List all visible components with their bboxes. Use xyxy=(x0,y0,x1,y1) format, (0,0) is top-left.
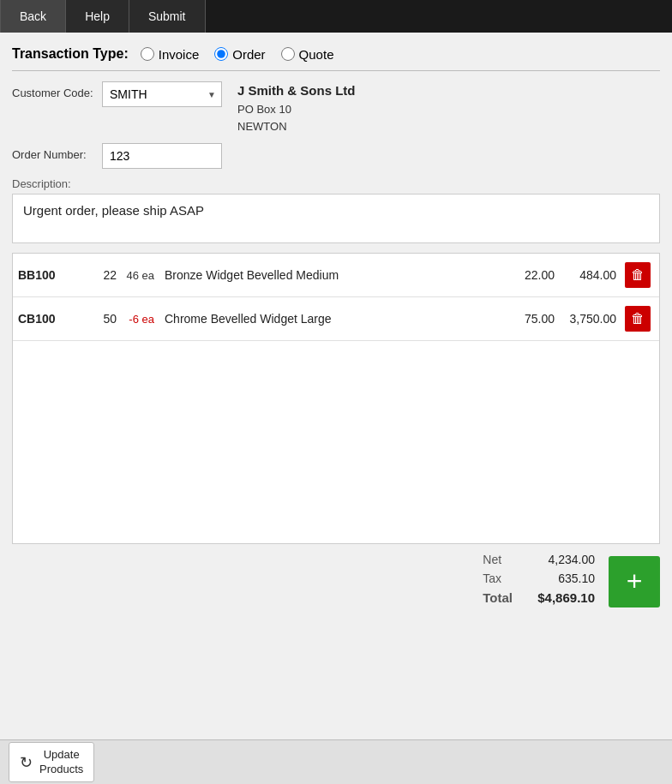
radio-invoice-label: Invoice xyxy=(159,47,200,62)
order-number-control xyxy=(102,143,222,169)
customer-dropdown-wrapper: SMITH xyxy=(102,81,222,107)
product-delete-col: 🗑 xyxy=(621,306,654,332)
update-line2: Products xyxy=(39,763,83,777)
delete-product-button[interactable]: 🗑 xyxy=(625,306,651,332)
update-products-button[interactable]: ↻ Update Products xyxy=(9,742,94,783)
product-total: 3,750.00 xyxy=(555,312,621,326)
radio-quote[interactable] xyxy=(281,47,295,61)
description-section: Description: Urgent order, please ship A… xyxy=(12,177,660,246)
product-code: BB100 xyxy=(18,268,82,282)
totals-section: Net 4,234.00 Tax 635.10 Total $4,869.10 … xyxy=(12,553,660,610)
order-number-input[interactable] xyxy=(102,143,222,169)
customer-name: J Smith & Sons Ltd xyxy=(237,83,356,98)
product-qty: 50 xyxy=(82,312,117,326)
products-container: BB100 22 46 ea Bronze Widget Bevelled Me… xyxy=(12,253,660,544)
radio-option-invoice[interactable]: Invoice xyxy=(141,47,200,62)
customer-address-line2: NEWTON xyxy=(237,120,287,133)
customer-address-line1: PO Box 10 xyxy=(237,103,291,116)
order-number-row: Order Number: xyxy=(12,143,660,169)
product-code: CB100 xyxy=(18,312,82,326)
customer-code-label: Customer Code: xyxy=(12,81,102,99)
order-number-label: Order Number: xyxy=(12,143,102,161)
update-line1: Update xyxy=(39,748,83,763)
back-button[interactable]: Back xyxy=(0,0,66,33)
customer-address: PO Box 10 NEWTON xyxy=(237,101,356,135)
transaction-type-label: Transaction Type: xyxy=(12,46,129,62)
product-stock: -6 ea xyxy=(117,313,161,326)
transaction-type-row: Transaction Type: Invoice Order Quote xyxy=(12,46,660,71)
radio-option-order[interactable]: Order xyxy=(214,47,265,62)
main-content: Transaction Type: Invoice Order Quote Cu… xyxy=(0,33,672,752)
net-row: Net 4,234.00 xyxy=(483,553,595,566)
total-value: $4,869.10 xyxy=(533,590,595,605)
radio-invoice[interactable] xyxy=(141,47,154,61)
customer-code-row: Customer Code: SMITH J Smith & Sons Ltd … xyxy=(12,81,660,135)
product-price: 22.00 xyxy=(495,268,555,282)
radio-option-quote[interactable]: Quote xyxy=(281,47,334,62)
radio-group: Invoice Order Quote xyxy=(141,47,334,62)
net-value: 4,234.00 xyxy=(533,553,595,566)
product-description: Chrome Bevelled Widget Large xyxy=(161,312,495,326)
product-stock: 46 ea xyxy=(117,269,161,282)
update-products-text: Update Products xyxy=(39,748,83,777)
description-label: Description: xyxy=(12,177,660,190)
delete-product-button[interactable]: 🗑 xyxy=(625,262,651,288)
tax-row: Tax 635.10 xyxy=(483,572,595,585)
description-textarea[interactable]: Urgent order, please ship ASAP xyxy=(12,194,660,243)
radio-order-label: Order xyxy=(232,47,265,62)
table-row: BB100 22 46 ea Bronze Widget Bevelled Me… xyxy=(13,254,659,297)
add-product-button[interactable]: + xyxy=(609,556,660,607)
table-row: CB100 50 -6 ea Chrome Bevelled Widget La… xyxy=(13,297,659,341)
tax-value: 635.10 xyxy=(533,572,595,585)
net-label: Net xyxy=(483,553,501,566)
tax-label: Tax xyxy=(483,572,501,585)
customer-info: J Smith & Sons Ltd PO Box 10 NEWTON xyxy=(237,81,356,135)
product-delete-col: 🗑 xyxy=(621,262,654,288)
total-row: Total $4,869.10 xyxy=(483,590,595,605)
product-description: Bronze Widget Bevelled Medium xyxy=(161,268,495,282)
radio-order[interactable] xyxy=(214,47,228,61)
total-label: Total xyxy=(483,590,513,605)
totals-grid: Net 4,234.00 Tax 635.10 Total $4,869.10 xyxy=(483,553,595,610)
submit-button[interactable]: Submit xyxy=(129,0,206,33)
customer-code-control: SMITH xyxy=(102,81,222,107)
refresh-icon: ↻ xyxy=(20,753,33,772)
product-qty: 22 xyxy=(82,268,117,282)
product-price: 75.00 xyxy=(495,312,555,326)
help-button[interactable]: Help xyxy=(66,0,129,33)
radio-quote-label: Quote xyxy=(299,47,334,62)
customer-code-select[interactable]: SMITH xyxy=(102,81,222,107)
top-nav-bar: Back Help Submit xyxy=(0,0,672,33)
product-total: 484.00 xyxy=(555,268,621,282)
bottom-bar: ↻ Update Products xyxy=(0,739,672,784)
